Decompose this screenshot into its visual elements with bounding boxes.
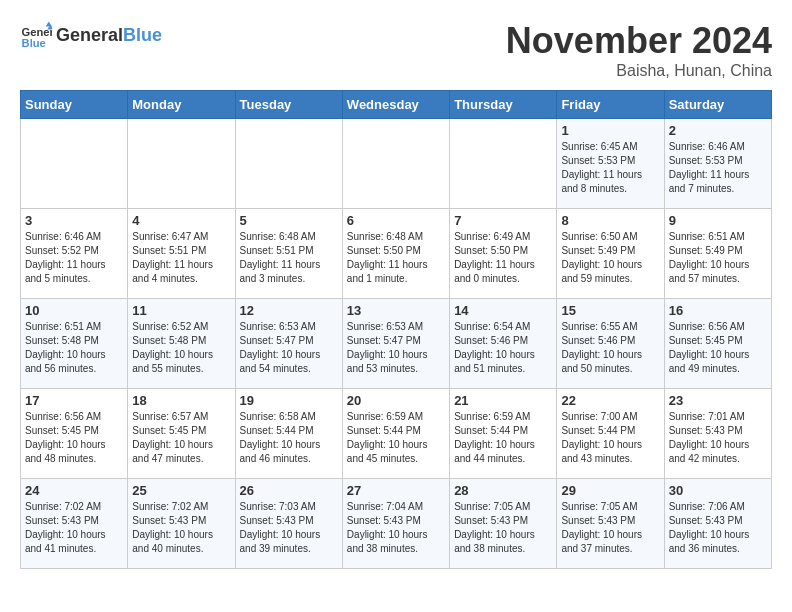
title-block: November 2024 Baisha, Hunan, China <box>506 20 772 80</box>
day-number: 10 <box>25 303 123 318</box>
day-cell: 11Sunrise: 6:52 AM Sunset: 5:48 PM Dayli… <box>128 299 235 389</box>
svg-marker-2 <box>46 22 52 27</box>
day-info: Sunrise: 6:59 AM Sunset: 5:44 PM Dayligh… <box>347 410 445 466</box>
day-info: Sunrise: 6:52 AM Sunset: 5:48 PM Dayligh… <box>132 320 230 376</box>
day-number: 12 <box>240 303 338 318</box>
day-cell <box>21 119 128 209</box>
day-cell <box>450 119 557 209</box>
day-number: 20 <box>347 393 445 408</box>
day-number: 23 <box>669 393 767 408</box>
location-subtitle: Baisha, Hunan, China <box>506 62 772 80</box>
weekday-header-thursday: Thursday <box>450 91 557 119</box>
day-cell: 21Sunrise: 6:59 AM Sunset: 5:44 PM Dayli… <box>450 389 557 479</box>
day-info: Sunrise: 7:04 AM Sunset: 5:43 PM Dayligh… <box>347 500 445 556</box>
day-cell: 28Sunrise: 7:05 AM Sunset: 5:43 PM Dayli… <box>450 479 557 569</box>
logo-icon: General Blue <box>20 20 52 52</box>
weekday-header-wednesday: Wednesday <box>342 91 449 119</box>
day-info: Sunrise: 6:48 AM Sunset: 5:50 PM Dayligh… <box>347 230 445 286</box>
month-title: November 2024 <box>506 20 772 62</box>
day-cell <box>342 119 449 209</box>
day-number: 21 <box>454 393 552 408</box>
day-number: 7 <box>454 213 552 228</box>
day-info: Sunrise: 7:05 AM Sunset: 5:43 PM Dayligh… <box>454 500 552 556</box>
day-cell: 15Sunrise: 6:55 AM Sunset: 5:46 PM Dayli… <box>557 299 664 389</box>
weekday-header-monday: Monday <box>128 91 235 119</box>
day-number: 24 <box>25 483 123 498</box>
day-number: 28 <box>454 483 552 498</box>
day-info: Sunrise: 6:56 AM Sunset: 5:45 PM Dayligh… <box>25 410 123 466</box>
day-number: 14 <box>454 303 552 318</box>
day-info: Sunrise: 6:55 AM Sunset: 5:46 PM Dayligh… <box>561 320 659 376</box>
day-cell: 19Sunrise: 6:58 AM Sunset: 5:44 PM Dayli… <box>235 389 342 479</box>
day-cell: 25Sunrise: 7:02 AM Sunset: 5:43 PM Dayli… <box>128 479 235 569</box>
day-info: Sunrise: 6:49 AM Sunset: 5:50 PM Dayligh… <box>454 230 552 286</box>
day-cell: 23Sunrise: 7:01 AM Sunset: 5:43 PM Dayli… <box>664 389 771 479</box>
day-number: 15 <box>561 303 659 318</box>
day-number: 17 <box>25 393 123 408</box>
day-cell: 24Sunrise: 7:02 AM Sunset: 5:43 PM Dayli… <box>21 479 128 569</box>
day-info: Sunrise: 6:53 AM Sunset: 5:47 PM Dayligh… <box>240 320 338 376</box>
day-cell: 7Sunrise: 6:49 AM Sunset: 5:50 PM Daylig… <box>450 209 557 299</box>
day-cell: 6Sunrise: 6:48 AM Sunset: 5:50 PM Daylig… <box>342 209 449 299</box>
day-cell: 1Sunrise: 6:45 AM Sunset: 5:53 PM Daylig… <box>557 119 664 209</box>
day-info: Sunrise: 6:45 AM Sunset: 5:53 PM Dayligh… <box>561 140 659 196</box>
week-row-2: 3Sunrise: 6:46 AM Sunset: 5:52 PM Daylig… <box>21 209 772 299</box>
svg-text:General: General <box>22 26 52 38</box>
day-number: 5 <box>240 213 338 228</box>
day-cell: 10Sunrise: 6:51 AM Sunset: 5:48 PM Dayli… <box>21 299 128 389</box>
day-info: Sunrise: 6:51 AM Sunset: 5:48 PM Dayligh… <box>25 320 123 376</box>
day-number: 27 <box>347 483 445 498</box>
day-cell: 30Sunrise: 7:06 AM Sunset: 5:43 PM Dayli… <box>664 479 771 569</box>
day-cell: 13Sunrise: 6:53 AM Sunset: 5:47 PM Dayli… <box>342 299 449 389</box>
day-info: Sunrise: 6:51 AM Sunset: 5:49 PM Dayligh… <box>669 230 767 286</box>
day-info: Sunrise: 6:53 AM Sunset: 5:47 PM Dayligh… <box>347 320 445 376</box>
day-info: Sunrise: 7:01 AM Sunset: 5:43 PM Dayligh… <box>669 410 767 466</box>
day-number: 26 <box>240 483 338 498</box>
day-cell: 29Sunrise: 7:05 AM Sunset: 5:43 PM Dayli… <box>557 479 664 569</box>
day-info: Sunrise: 7:00 AM Sunset: 5:44 PM Dayligh… <box>561 410 659 466</box>
day-number: 8 <box>561 213 659 228</box>
day-number: 25 <box>132 483 230 498</box>
day-number: 9 <box>669 213 767 228</box>
week-row-4: 17Sunrise: 6:56 AM Sunset: 5:45 PM Dayli… <box>21 389 772 479</box>
day-info: Sunrise: 6:56 AM Sunset: 5:45 PM Dayligh… <box>669 320 767 376</box>
day-info: Sunrise: 6:57 AM Sunset: 5:45 PM Dayligh… <box>132 410 230 466</box>
weekday-header-saturday: Saturday <box>664 91 771 119</box>
day-info: Sunrise: 6:58 AM Sunset: 5:44 PM Dayligh… <box>240 410 338 466</box>
day-info: Sunrise: 6:48 AM Sunset: 5:51 PM Dayligh… <box>240 230 338 286</box>
logo: General Blue GeneralBlue <box>20 20 162 52</box>
day-cell <box>128 119 235 209</box>
day-number: 4 <box>132 213 230 228</box>
day-number: 16 <box>669 303 767 318</box>
svg-text:Blue: Blue <box>22 37 46 49</box>
day-number: 11 <box>132 303 230 318</box>
day-cell: 4Sunrise: 6:47 AM Sunset: 5:51 PM Daylig… <box>128 209 235 299</box>
day-cell: 8Sunrise: 6:50 AM Sunset: 5:49 PM Daylig… <box>557 209 664 299</box>
day-info: Sunrise: 7:06 AM Sunset: 5:43 PM Dayligh… <box>669 500 767 556</box>
weekday-header-friday: Friday <box>557 91 664 119</box>
day-number: 30 <box>669 483 767 498</box>
day-number: 13 <box>347 303 445 318</box>
day-number: 19 <box>240 393 338 408</box>
weekday-header-row: SundayMondayTuesdayWednesdayThursdayFrid… <box>21 91 772 119</box>
day-cell: 5Sunrise: 6:48 AM Sunset: 5:51 PM Daylig… <box>235 209 342 299</box>
day-info: Sunrise: 7:02 AM Sunset: 5:43 PM Dayligh… <box>132 500 230 556</box>
day-number: 6 <box>347 213 445 228</box>
page-header: General Blue GeneralBlue November 2024 B… <box>20 20 772 80</box>
day-number: 2 <box>669 123 767 138</box>
day-cell <box>235 119 342 209</box>
day-cell: 14Sunrise: 6:54 AM Sunset: 5:46 PM Dayli… <box>450 299 557 389</box>
day-number: 3 <box>25 213 123 228</box>
day-info: Sunrise: 7:03 AM Sunset: 5:43 PM Dayligh… <box>240 500 338 556</box>
day-info: Sunrise: 6:46 AM Sunset: 5:52 PM Dayligh… <box>25 230 123 286</box>
day-info: Sunrise: 7:02 AM Sunset: 5:43 PM Dayligh… <box>25 500 123 556</box>
day-cell: 17Sunrise: 6:56 AM Sunset: 5:45 PM Dayli… <box>21 389 128 479</box>
day-info: Sunrise: 6:47 AM Sunset: 5:51 PM Dayligh… <box>132 230 230 286</box>
day-cell: 22Sunrise: 7:00 AM Sunset: 5:44 PM Dayli… <box>557 389 664 479</box>
day-cell: 20Sunrise: 6:59 AM Sunset: 5:44 PM Dayli… <box>342 389 449 479</box>
day-cell: 3Sunrise: 6:46 AM Sunset: 5:52 PM Daylig… <box>21 209 128 299</box>
day-info: Sunrise: 6:59 AM Sunset: 5:44 PM Dayligh… <box>454 410 552 466</box>
day-cell: 2Sunrise: 6:46 AM Sunset: 5:53 PM Daylig… <box>664 119 771 209</box>
day-info: Sunrise: 7:05 AM Sunset: 5:43 PM Dayligh… <box>561 500 659 556</box>
logo-text: GeneralBlue <box>56 26 162 46</box>
